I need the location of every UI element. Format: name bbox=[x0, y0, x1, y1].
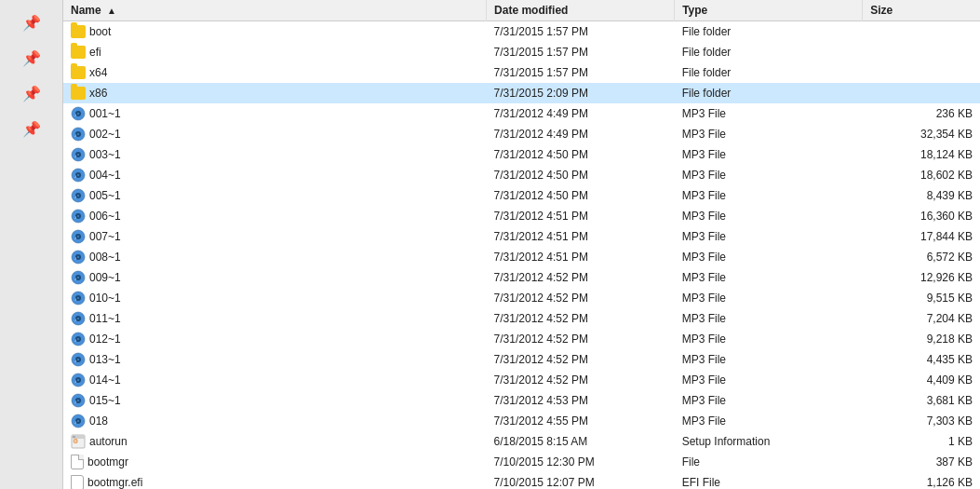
file-size: 18,602 KB bbox=[863, 165, 980, 185]
file-name: 012~1 bbox=[89, 333, 121, 346]
sidebar: 📌 📌 📌 📌 bbox=[0, 0, 63, 489]
svg-point-2 bbox=[77, 112, 79, 114]
mp3-icon: ♪ bbox=[71, 291, 86, 306]
file-name-cell: ♪ 009~1 bbox=[63, 267, 487, 288]
mp3-icon: ♪ bbox=[71, 393, 86, 408]
col-header-size[interactable]: Size bbox=[863, 0, 980, 21]
file-size: 7,204 KB bbox=[863, 308, 980, 329]
table-row[interactable]: ♪ 003~1 7/31/2012 4:50 PM MP3 File 18,12… bbox=[63, 144, 980, 165]
file-size: 9,515 KB bbox=[863, 288, 980, 308]
col-header-date[interactable]: Date modified bbox=[487, 0, 675, 21]
file-date: 7/31/2012 4:50 PM bbox=[487, 144, 675, 165]
table-row[interactable]: ♪ 010~1 7/31/2012 4:52 PM MP3 File 9,515… bbox=[63, 288, 980, 308]
table-row[interactable]: ⚙ autorun 6/18/2015 8:15 AM Setup Inform… bbox=[63, 431, 980, 452]
file-date: 7/10/2015 12:07 PM bbox=[487, 472, 675, 490]
table-row[interactable]: ♪ 014~1 7/31/2012 4:52 PM MP3 File 4,409… bbox=[63, 370, 980, 390]
file-type: File bbox=[675, 452, 863, 472]
table-row[interactable]: efi 7/31/2015 1:57 PM File folder bbox=[63, 42, 980, 62]
pin-icon-1[interactable]: 📌 bbox=[17, 7, 47, 37]
file-size: 16,360 KB bbox=[863, 206, 980, 226]
file-name-cell: bootmgr bbox=[63, 452, 487, 472]
table-row[interactable]: x64 7/31/2015 1:57 PM File folder bbox=[63, 62, 980, 83]
file-date: 7/31/2012 4:49 PM bbox=[487, 103, 675, 124]
file-size bbox=[863, 62, 980, 83]
file-table: Name ▲ Date modified Type Size bbox=[63, 0, 980, 489]
file-name-cell: ♪ 011~1 bbox=[63, 308, 487, 329]
file-date: 7/31/2012 4:52 PM bbox=[487, 308, 675, 329]
table-row[interactable]: ♪ 007~1 7/31/2012 4:51 PM MP3 File 17,84… bbox=[63, 226, 980, 247]
table-row[interactable]: ♪ 005~1 7/31/2012 4:50 PM MP3 File 8,439… bbox=[63, 185, 980, 206]
file-name-cell: ♪ 014~1 bbox=[63, 370, 487, 390]
file-type: MP3 File bbox=[675, 185, 863, 206]
mp3-icon: ♪ bbox=[71, 250, 86, 265]
file-date: 7/10/2015 12:30 PM bbox=[487, 452, 675, 472]
folder-icon bbox=[71, 66, 86, 79]
table-row[interactable]: ♪ 002~1 7/31/2012 4:49 PM MP3 File 32,35… bbox=[63, 124, 980, 144]
file-type: File folder bbox=[675, 21, 863, 42]
mp3-icon: ♪ bbox=[71, 168, 86, 183]
file-name-cell: ♪ 015~1 bbox=[63, 390, 487, 411]
svg-point-58 bbox=[77, 399, 79, 401]
efi-icon bbox=[71, 475, 84, 490]
file-size: 12,926 KB bbox=[863, 267, 980, 288]
table-header-row: Name ▲ Date modified Type Size bbox=[63, 0, 980, 21]
table-row[interactable]: ♪ 011~1 7/31/2012 4:52 PM MP3 File 7,204… bbox=[63, 308, 980, 329]
file-name-cell: ♪ 003~1 bbox=[63, 144, 487, 165]
file-name: x64 bbox=[89, 66, 107, 79]
file-name: 008~1 bbox=[89, 251, 121, 264]
file-list-body: boot 7/31/2015 1:57 PM File folder efi 7… bbox=[63, 21, 980, 490]
table-row[interactable]: ♪ 008~1 7/31/2012 4:51 PM MP3 File 6,572… bbox=[63, 247, 980, 267]
pin-icon-4[interactable]: 📌 bbox=[17, 114, 47, 143]
file-size: 7,303 KB bbox=[863, 411, 980, 431]
file-name-cell: ♪ 018 bbox=[63, 411, 487, 431]
col-header-name[interactable]: Name ▲ bbox=[63, 0, 487, 21]
file-date: 7/31/2012 4:55 PM bbox=[487, 411, 675, 431]
svg-point-50 bbox=[77, 358, 79, 360]
folder-icon bbox=[71, 25, 86, 38]
file-type: MP3 File bbox=[675, 206, 863, 226]
table-row[interactable]: ♪ 001~1 7/31/2012 4:49 PM MP3 File 236 K… bbox=[63, 103, 980, 124]
file-type: MP3 File bbox=[675, 165, 863, 185]
file-type: MP3 File bbox=[675, 370, 863, 390]
mp3-icon: ♪ bbox=[71, 270, 86, 285]
file-size bbox=[863, 21, 980, 42]
file-name: 004~1 bbox=[89, 169, 121, 182]
table-row[interactable]: ♪ 009~1 7/31/2012 4:52 PM MP3 File 12,92… bbox=[63, 267, 980, 288]
table-row[interactable]: ♪ 006~1 7/31/2012 4:51 PM MP3 File 16,36… bbox=[63, 206, 980, 226]
file-type: MP3 File bbox=[675, 103, 863, 124]
file-date: 7/31/2015 1:57 PM bbox=[487, 62, 675, 83]
file-type: Setup Information bbox=[675, 431, 863, 452]
table-row[interactable]: ♪ 015~1 7/31/2012 4:53 PM MP3 File 3,681… bbox=[63, 390, 980, 411]
table-row[interactable]: boot 7/31/2015 1:57 PM File folder bbox=[63, 21, 980, 42]
file-name: autorun bbox=[89, 435, 128, 448]
file-size: 4,409 KB bbox=[863, 370, 980, 390]
mp3-icon: ♪ bbox=[71, 373, 86, 387]
file-name: 001~1 bbox=[89, 107, 121, 120]
table-row[interactable]: bootmgr 7/10/2015 12:30 PM File 387 KB bbox=[63, 452, 980, 472]
svg-point-30 bbox=[77, 255, 79, 257]
file-name-cell: ♪ 001~1 bbox=[63, 103, 487, 124]
table-row[interactable]: bootmgr.efi 7/10/2015 12:07 PM EFI File … bbox=[63, 472, 980, 490]
file-name: 014~1 bbox=[89, 374, 121, 387]
pin-icon-2[interactable]: 📌 bbox=[17, 43, 47, 73]
folder-icon bbox=[71, 87, 86, 100]
file-date: 7/31/2015 2:09 PM bbox=[487, 83, 675, 103]
file-name: 010~1 bbox=[89, 292, 121, 305]
table-row[interactable]: ♪ 012~1 7/31/2012 4:52 PM MP3 File 9,218… bbox=[63, 329, 980, 349]
table-row[interactable]: x86 7/31/2015 2:09 PM File folder bbox=[63, 83, 980, 103]
file-size: 6,572 KB bbox=[863, 247, 980, 267]
pin-icon-3[interactable]: 📌 bbox=[17, 78, 47, 108]
table-row[interactable]: ♪ 013~1 7/31/2012 4:52 PM MP3 File 4,435… bbox=[63, 349, 980, 370]
file-size bbox=[863, 83, 980, 103]
file-list-container: Name ▲ Date modified Type Size bbox=[63, 0, 980, 489]
file-name: 009~1 bbox=[89, 271, 121, 284]
file-size: 387 KB bbox=[863, 452, 980, 472]
file-name-cell: boot bbox=[63, 21, 487, 42]
table-row[interactable]: ♪ 004~1 7/31/2012 4:50 PM MP3 File 18,60… bbox=[63, 165, 980, 185]
table-row[interactable]: ♪ 018 7/31/2012 4:55 PM MP3 File 7,303 K… bbox=[63, 411, 980, 431]
file-name-cell: ♪ 004~1 bbox=[63, 165, 487, 185]
file-name: 003~1 bbox=[89, 148, 121, 161]
file-type: MP3 File bbox=[675, 329, 863, 349]
col-header-type[interactable]: Type bbox=[675, 0, 863, 21]
file-date: 7/31/2012 4:52 PM bbox=[487, 288, 675, 308]
